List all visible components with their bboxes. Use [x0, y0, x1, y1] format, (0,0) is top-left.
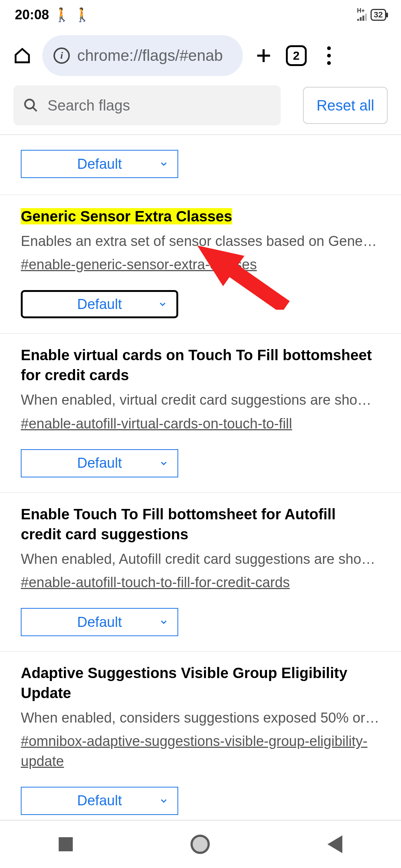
chevron-down-icon — [158, 299, 167, 309]
flag-title: Generic Sensor Extra Classes — [21, 208, 232, 224]
status-left: 20:08 🚶 🚶 — [15, 7, 91, 23]
walking-icon-2: 🚶 — [74, 7, 91, 23]
chevron-down-icon — [159, 159, 169, 169]
flag-item-generic-sensor: Generic Sensor Extra Classes Enables an … — [0, 195, 401, 334]
flag-title: Enable virtual cards on Touch To Fill bo… — [21, 345, 380, 385]
home-button-nav[interactable] — [190, 835, 210, 854]
flag-description: When enabled, Autofill credit card sugge… — [21, 549, 380, 569]
back-button[interactable] — [327, 835, 342, 853]
kebab-icon — [327, 46, 331, 65]
flag-title: Enable Touch To Fill bottomsheet for Aut… — [21, 504, 380, 544]
status-right: H+ 32 — [357, 9, 386, 21]
browser-toolbar: i chrome://flags/#enab 2 — [0, 30, 401, 82]
chevron-down-icon — [159, 617, 169, 627]
chevron-down-icon — [159, 796, 169, 806]
home-button[interactable] — [11, 45, 33, 67]
battery-indicator: 32 — [371, 9, 386, 21]
flag-anchor-link[interactable]: #enable-autofill-virtual-cards-on-touch-… — [21, 414, 292, 434]
flag-dropdown[interactable]: Default — [21, 150, 178, 178]
flag-dropdown-value: Default — [77, 156, 122, 172]
search-placeholder: Search flags — [48, 97, 130, 114]
flag-dropdown-value: Default — [77, 614, 122, 630]
overflow-menu-button[interactable] — [317, 44, 341, 68]
tab-switcher-button[interactable]: 2 — [284, 44, 308, 68]
status-activity-icons: 🚶 🚶 — [53, 7, 91, 23]
search-flags-input[interactable]: Search flags — [13, 85, 281, 125]
flag-title: Adaptive Suggestions Visible Group Eligi… — [21, 663, 380, 703]
flag-item-virtual-cards: Enable virtual cards on Touch To Fill bo… — [0, 334, 401, 493]
flag-anchor-link[interactable]: #enable-autofill-touch-to-fill-for-credi… — [21, 573, 290, 592]
chevron-down-icon — [159, 458, 169, 468]
recents-button[interactable] — [59, 837, 73, 851]
flag-dropdown[interactable]: Default — [21, 787, 178, 815]
new-tab-button[interactable] — [252, 44, 276, 68]
system-nav-bar — [0, 820, 401, 868]
reset-all-button[interactable]: Reset all — [303, 87, 388, 124]
flag-description: When enabled, virtual credit card sugges… — [21, 390, 380, 410]
omnibox[interactable]: i chrome://flags/#enab — [42, 35, 243, 76]
reset-all-label: Reset all — [316, 97, 374, 114]
flags-search-row: Search flags Reset all — [0, 82, 401, 135]
flag-description: When enabled, considers suggestions expo… — [21, 708, 380, 728]
flag-description: Enables an extra set of sensor classes b… — [21, 231, 380, 251]
site-info-icon[interactable]: i — [53, 47, 70, 64]
svg-point-0 — [25, 99, 34, 109]
status-bar: 20:08 🚶 🚶 H+ 32 — [0, 0, 401, 30]
flag-item-adaptive-suggestions: Adaptive Suggestions Visible Group Eligi… — [0, 652, 401, 830]
battery-level: 32 — [374, 10, 383, 19]
flag-item-touch-to-fill: Enable Touch To Fill bottomsheet for Aut… — [0, 493, 401, 652]
flag-dropdown[interactable]: Default — [21, 449, 178, 477]
flag-anchor-link[interactable]: #enable-generic-sensor-extra-classes — [21, 255, 257, 274]
tab-count-badge: 2 — [286, 45, 307, 66]
url-text: chrome://flags/#enab — [77, 47, 223, 65]
flag-anchor-link[interactable]: #omnibox-adaptive-suggestions-visible-gr… — [21, 731, 380, 771]
plus-icon — [254, 46, 273, 65]
search-icon — [23, 98, 39, 113]
signal-bars-icon — [357, 13, 367, 21]
flag-item-partial: Default — [0, 135, 401, 195]
network-indicator: H+ — [357, 9, 367, 21]
flags-list[interactable]: Default Generic Sensor Extra Classes Ena… — [0, 135, 401, 830]
network-type: H+ — [357, 9, 365, 13]
tab-count: 2 — [293, 49, 300, 63]
flag-dropdown-value: Default — [77, 793, 122, 809]
flag-dropdown-value: Default — [77, 455, 122, 471]
flag-dropdown-value: Default — [77, 296, 122, 312]
status-time: 20:08 — [15, 7, 49, 23]
home-icon — [13, 47, 31, 65]
walking-icon: 🚶 — [53, 7, 70, 23]
flag-dropdown[interactable]: Default — [21, 608, 178, 636]
flag-dropdown[interactable]: Default — [21, 290, 178, 318]
